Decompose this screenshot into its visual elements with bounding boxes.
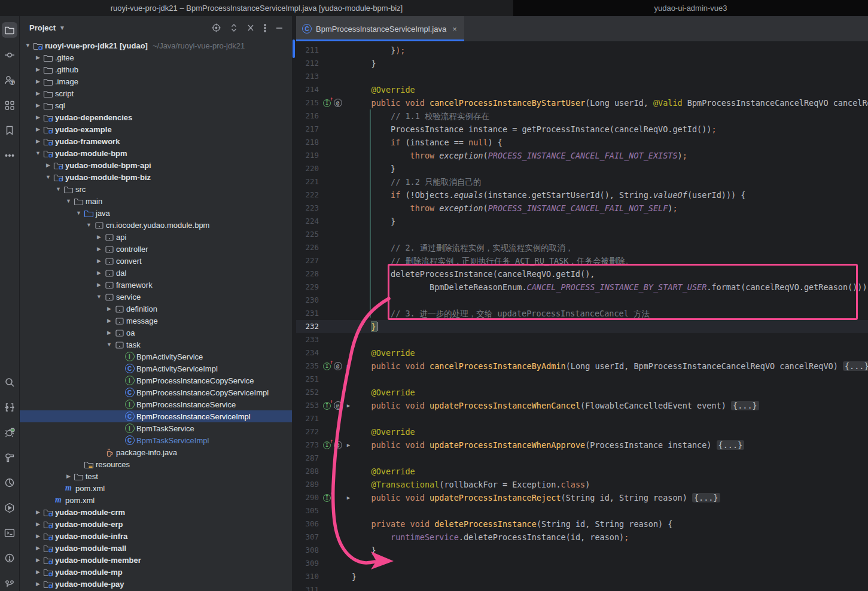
- version-control-icon[interactable]: [2, 575, 17, 591]
- commit-icon[interactable]: [2, 47, 17, 63]
- code-line[interactable]: 308 }: [296, 544, 868, 557]
- code-line[interactable]: 310}: [296, 570, 868, 583]
- overrides-method-icon[interactable]: I↑: [322, 493, 331, 502]
- code-line[interactable]: 221 // 1.2 只能取消自己的: [296, 175, 868, 188]
- debug-icon[interactable]: [2, 425, 17, 440]
- run-icon[interactable]: [2, 400, 17, 415]
- services-icon[interactable]: [2, 500, 17, 516]
- code-line[interactable]: 233: [296, 333, 868, 346]
- tree-item[interactable]: ▶script: [20, 87, 292, 99]
- overrides-method-icon[interactable]: I↑: [322, 441, 331, 450]
- code-line[interactable]: 307 runtimeService.deleteProcessInstance…: [296, 531, 868, 544]
- code-line[interactable]: 226 // 2. 通过删除流程实例，实现流程实例的取消，: [296, 241, 868, 254]
- fold-chevron-icon[interactable]: ▶: [344, 441, 353, 450]
- chevron-collapsed-icon[interactable]: ▶: [64, 473, 73, 479]
- annotation-gutter-icon[interactable]: @: [333, 441, 342, 450]
- tree-item[interactable]: ▼main: [20, 195, 292, 207]
- annotation-gutter-icon[interactable]: @: [333, 401, 342, 410]
- chevron-collapsed-icon[interactable]: ▶: [95, 234, 103, 240]
- tree-item[interactable]: resources: [20, 458, 292, 470]
- chevron-expanded-icon[interactable]: ▼: [84, 222, 93, 228]
- chevron-collapsed-icon[interactable]: ▶: [33, 54, 42, 60]
- options-menu-icon[interactable]: [263, 23, 267, 33]
- panel-splitter[interactable]: [292, 16, 296, 591]
- project-panel-title[interactable]: Project: [29, 23, 56, 32]
- close-tab-icon[interactable]: ×: [452, 25, 457, 33]
- expand-all-icon[interactable]: [230, 23, 238, 33]
- chevron-collapsed-icon[interactable]: ▶: [95, 258, 103, 264]
- tree-item[interactable]: package-info.java: [20, 446, 292, 458]
- tree-item[interactable]: ▶.image: [20, 75, 292, 87]
- code-line[interactable]: 219 throw exception(PROCESS_INSTANCE_CAN…: [296, 149, 868, 162]
- chevron-expanded-icon[interactable]: ▼: [44, 174, 53, 180]
- code-line[interactable]: 230: [296, 294, 868, 307]
- editor-tab[interactable]: C BpmProcessInstanceServiceImpl.java ×: [296, 16, 464, 41]
- code-line[interactable]: 232 }: [296, 320, 868, 333]
- tree-item[interactable]: ▶yudao-framework: [20, 135, 292, 147]
- splitter-scroll-thumb[interactable]: [293, 39, 295, 58]
- tree-item[interactable]: ▶convert: [20, 255, 292, 267]
- code-line[interactable]: 223 throw exception(PROCESS_INSTANCE_CAN…: [296, 202, 868, 215]
- tree-item[interactable]: IBpmTaskService: [20, 422, 292, 434]
- tree-item[interactable]: ▼yudao-module-bpm: [20, 147, 292, 159]
- code-line[interactable]: 218 if (instance == null) {: [296, 136, 868, 149]
- chevron-collapsed-icon[interactable]: ▶: [33, 533, 42, 539]
- chevron-down-icon[interactable]: ▼: [59, 25, 65, 31]
- chevron-collapsed-icon[interactable]: ▶: [105, 318, 114, 324]
- code-line[interactable]: 224 }: [296, 215, 868, 228]
- locate-file-icon[interactable]: [211, 23, 221, 33]
- tree-item[interactable]: ▼ruoyi-vue-pro-jdk21 [yudao]~/Java/ruoyi…: [20, 39, 292, 51]
- chevron-expanded-icon[interactable]: ▼: [105, 342, 114, 348]
- tree-item[interactable]: ▶.github: [20, 63, 292, 75]
- tree-item[interactable]: ▼service: [20, 291, 292, 303]
- chevron-collapsed-icon[interactable]: ▶: [105, 306, 114, 312]
- code-line[interactable]: 228 deleteProcessInstance(cancelReqVO.ge…: [296, 267, 868, 281]
- tree-item[interactable]: ▶framework: [20, 279, 292, 291]
- code-line[interactable]: 211 });: [296, 44, 868, 57]
- tree-item[interactable]: ▶yudao-module-member: [20, 554, 292, 566]
- tree-item[interactable]: ▶api: [20, 231, 292, 243]
- chevron-collapsed-icon[interactable]: ▶: [33, 521, 42, 527]
- code-line[interactable]: 217 ProcessInstance instance = getProces…: [296, 123, 868, 136]
- code-line[interactable]: 289 @Transactional(rollbackFor = Excepti…: [296, 478, 868, 491]
- tree-item[interactable]: ▼task: [20, 339, 292, 351]
- build-icon[interactable]: [2, 450, 17, 465]
- tree-item[interactable]: ▶yudao-module-infra: [20, 530, 292, 542]
- fold-chevron-icon[interactable]: ▶: [344, 362, 353, 371]
- chevron-collapsed-icon[interactable]: ▶: [44, 162, 53, 168]
- tree-item[interactable]: ▼src: [20, 183, 292, 195]
- code-line[interactable]: 309: [296, 557, 868, 570]
- tree-item[interactable]: mpom.xml: [20, 482, 292, 494]
- background-window-titlebar[interactable]: yudao-ui-admin-vue3: [513, 0, 868, 16]
- chevron-collapsed-icon[interactable]: ▶: [33, 581, 42, 587]
- code-line[interactable]: 253I↑@▶ public void updateProcessInstanc…: [296, 399, 868, 412]
- tree-item[interactable]: ▼cn.iocoder.yudao.module.bpm: [20, 219, 292, 231]
- tree-item[interactable]: ▶sql: [20, 99, 292, 111]
- code-line[interactable]: 272 @Override: [296, 425, 868, 438]
- code-line[interactable]: 311: [296, 583, 868, 591]
- overrides-method-icon[interactable]: I↑: [322, 99, 331, 108]
- tree-item[interactable]: ▶yudao-dependencies: [20, 111, 292, 123]
- tree-item[interactable]: CBpmActivityServiceImpl: [20, 362, 292, 374]
- more-tool-windows-icon[interactable]: [2, 148, 17, 163]
- tree-item[interactable]: CBpmTaskServiceImpl: [20, 434, 292, 446]
- tree-item[interactable]: ▶test: [20, 470, 292, 482]
- code-line[interactable]: 288 @Override: [296, 465, 868, 478]
- tree-item[interactable]: ▶yudao-example: [20, 123, 292, 135]
- pull-requests-icon[interactable]: ?: [2, 72, 17, 88]
- chevron-collapsed-icon[interactable]: ▶: [33, 557, 42, 563]
- tree-item[interactable]: IBpmActivityService: [20, 351, 292, 362]
- chevron-expanded-icon[interactable]: ▼: [74, 210, 83, 216]
- code-line[interactable]: 222 if (!Objects.equals(instance.getStar…: [296, 188, 868, 202]
- tree-item[interactable]: ▶yudao-module-pay: [20, 578, 292, 590]
- tree-item[interactable]: ▶.gitee: [20, 51, 292, 63]
- chevron-collapsed-icon[interactable]: ▶: [33, 138, 42, 144]
- chevron-expanded-icon[interactable]: ▼: [23, 42, 32, 48]
- hide-panel-icon[interactable]: [275, 24, 284, 32]
- tree-item[interactable]: ▶oa: [20, 327, 292, 339]
- tree-item[interactable]: IBpmProcessInstanceService: [20, 398, 292, 410]
- structure-icon[interactable]: [2, 98, 17, 113]
- tree-item[interactable]: CBpmProcessInstanceCopyServiceImpl: [20, 386, 292, 398]
- chevron-collapsed-icon[interactable]: ▶: [33, 90, 42, 96]
- problems-icon[interactable]: [2, 550, 17, 566]
